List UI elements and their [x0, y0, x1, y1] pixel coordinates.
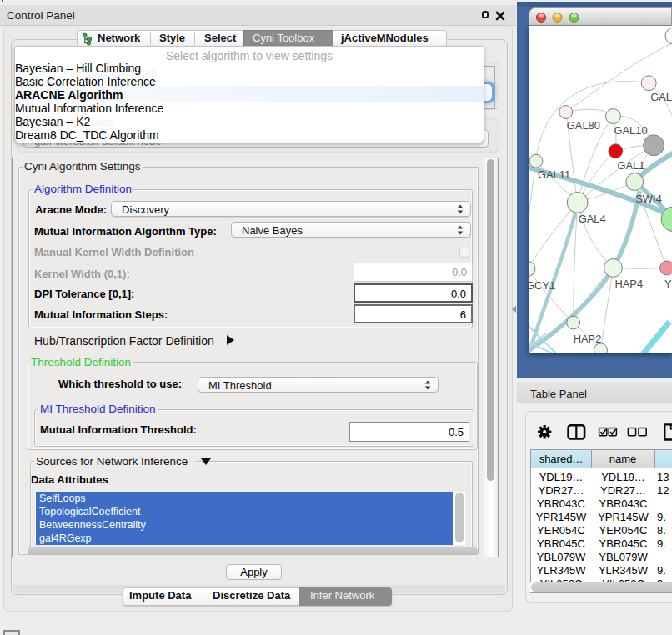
svg-text:GCY1: GCY1 — [529, 279, 555, 292]
svg-text:GAL1: GAL1 — [617, 159, 644, 172]
svg-text:GAL80: GAL80 — [567, 119, 600, 132]
svg-text:SWI4: SWI4 — [635, 192, 662, 205]
svg-text:HAP4: HAP4 — [614, 278, 643, 290]
svg-text:HAP2: HAP2 — [574, 332, 602, 345]
svg-text:GAL10: GAL10 — [614, 124, 647, 137]
svg-text:Y: Y — [664, 278, 672, 290]
svg-text:GAL: GAL — [650, 91, 672, 103]
svg-text:GAL4: GAL4 — [579, 212, 606, 225]
svg-text:GAL11: GAL11 — [538, 168, 570, 181]
